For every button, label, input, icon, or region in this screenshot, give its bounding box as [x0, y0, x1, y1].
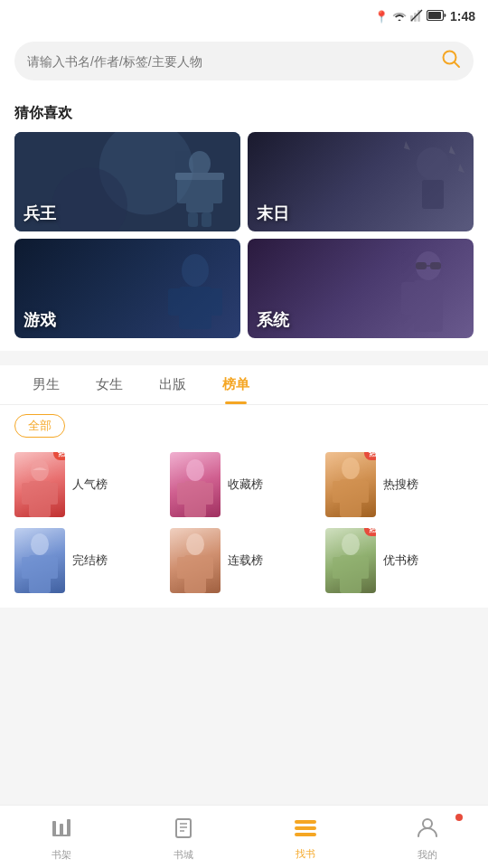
nav-bookshelf-label: 书架: [52, 848, 71, 862]
recommend-grid: 兵王 末日: [0, 132, 488, 351]
rank-cover-bg-resou: [325, 452, 376, 517]
svg-rect-11: [211, 178, 222, 203]
nav-bookstore[interactable]: 书城: [122, 812, 244, 862]
rank-cover-lianzai: [170, 528, 221, 593]
svg-line-7: [455, 62, 459, 67]
rank-item-resou[interactable]: 热 热搜榜: [325, 452, 474, 517]
svg-rect-18: [179, 287, 211, 329]
rec-card-label-xitong: 系统: [257, 309, 289, 331]
svg-rect-20: [210, 288, 222, 316]
svg-point-62: [423, 819, 432, 828]
svg-rect-37: [333, 481, 342, 503]
rank-item-renqi[interactable]: 热 人气榜: [14, 452, 163, 517]
svg-rect-16: [422, 180, 444, 209]
rank-cover-bg-lianzai: [170, 528, 221, 593]
rec-card-bg-moori: 末日: [248, 132, 474, 231]
nav-bookshelf[interactable]: 书架: [0, 812, 122, 862]
rank-item-wanjie[interactable]: 完结榜: [14, 528, 163, 593]
rank-item-lianzai[interactable]: 连载榜: [170, 528, 318, 593]
svg-rect-46: [204, 557, 213, 579]
rec-card-bg-youxi: 游戏: [14, 239, 240, 338]
rank-cover-bg-wanjie: [14, 528, 65, 593]
rank-cover-shoucang: [170, 452, 221, 517]
svg-rect-28: [29, 481, 51, 517]
svg-rect-50: [360, 557, 369, 579]
main-scroll[interactable]: 猜你喜欢 兵王: [0, 33, 488, 805]
svg-point-15: [417, 147, 449, 180]
status-icons: 📍 1:48: [374, 9, 475, 24]
rec-card-label-moori: 末日: [257, 203, 289, 224]
rank-cover-resou: 热: [325, 452, 376, 517]
svg-rect-9: [186, 176, 213, 212]
svg-rect-29: [22, 483, 31, 505]
svg-rect-12: [188, 212, 198, 227]
rec-card-label-youxi: 游戏: [23, 309, 56, 331]
rank-name-shoucang: 收藏榜: [228, 476, 263, 493]
tabs-container: 男生 女生 出版 榜单: [0, 365, 488, 405]
rec-card-bg-bingwang: 兵王: [14, 132, 240, 231]
bottom-nav: 书架 书城 找书 我的: [0, 805, 488, 868]
rank-cover-renqi: 热: [14, 452, 65, 517]
nav-findbook[interactable]: 找书: [244, 813, 366, 861]
rec-card-moori[interactable]: 末日: [248, 132, 474, 231]
svg-rect-55: [176, 819, 191, 837]
filter-wrap: 全部: [0, 405, 488, 447]
tab-publish[interactable]: 出版: [141, 365, 204, 404]
filter-tag-all[interactable]: 全部: [14, 414, 65, 438]
findbook-icon: [294, 818, 317, 844]
rank-cover-bg-youshu: [325, 528, 376, 593]
rank-name-renqi: 人气榜: [72, 476, 108, 493]
svg-rect-34: [204, 483, 213, 505]
rank-grid: 热 人气榜 收藏榜: [0, 447, 488, 608]
rank-cover-bg-shoucang: [170, 452, 221, 517]
nav-mine-label: 我的: [418, 848, 437, 862]
bottom-spacer: [0, 608, 488, 680]
status-bar: 📍 1:48: [0, 0, 488, 33]
svg-rect-33: [177, 483, 186, 505]
battery-icon: [427, 10, 446, 24]
mine-icon: [417, 817, 438, 844]
spacer-1: [0, 351, 488, 358]
rec-card-bg-xitong: 系统: [248, 239, 474, 338]
svg-rect-59: [295, 820, 316, 824]
location-icon: 📍: [374, 10, 389, 24]
rank-item-shoucang[interactable]: 收藏榜: [170, 452, 318, 517]
tab-rank[interactable]: 榜单: [204, 365, 267, 404]
svg-rect-38: [360, 481, 369, 503]
svg-rect-48: [340, 555, 361, 593]
search-input[interactable]: [27, 54, 434, 69]
svg-rect-32: [184, 481, 206, 517]
bookshelf-icon: [51, 817, 72, 844]
rank-cover-wanjie: [14, 528, 65, 593]
recommend-title: 猜你喜欢: [0, 91, 488, 132]
nav-mine-badge: [455, 814, 463, 821]
search-bar[interactable]: [14, 42, 474, 80]
svg-rect-45: [177, 557, 186, 579]
svg-rect-13: [202, 212, 211, 227]
svg-rect-19: [168, 288, 181, 316]
svg-rect-22: [414, 280, 443, 332]
svg-rect-61: [295, 833, 316, 836]
rank-name-resou: 热搜榜: [383, 476, 418, 493]
rank-name-lianzai: 连载榜: [228, 552, 263, 569]
svg-point-43: [186, 533, 204, 555]
svg-rect-10: [177, 178, 188, 203]
svg-point-17: [182, 254, 209, 287]
svg-rect-51: [52, 821, 56, 835]
rank-name-wanjie: 完结榜: [72, 552, 108, 569]
rec-card-xitong[interactable]: 系统: [248, 239, 474, 338]
nav-mine[interactable]: 我的: [366, 812, 488, 862]
rank-item-youshu[interactable]: 热 优书榜: [325, 528, 474, 593]
rank-cover-bg-renqi: [14, 452, 65, 517]
bookstore-icon: [173, 817, 194, 844]
nav-findbook-label: 找书: [296, 847, 315, 861]
tab-male[interactable]: 男生: [14, 365, 78, 404]
rec-card-bingwang[interactable]: 兵王: [14, 132, 240, 231]
rec-card-youxi[interactable]: 游戏: [14, 239, 240, 338]
svg-rect-23: [401, 282, 416, 315]
tab-female[interactable]: 女生: [78, 365, 141, 404]
svg-rect-54: [52, 835, 70, 836]
search-icon[interactable]: [441, 49, 461, 73]
svg-rect-5: [428, 12, 441, 19]
svg-rect-52: [60, 824, 63, 835]
